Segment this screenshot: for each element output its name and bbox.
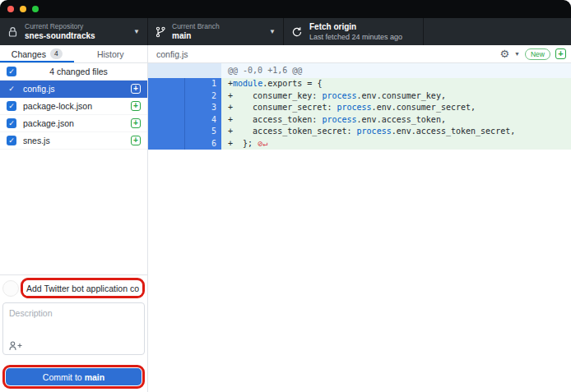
hunk-header-text: @@ -0,0 +1,6 @@ (221, 63, 571, 78)
file-row-package-lock.json[interactable]: ✓package-lock.json+ (0, 98, 147, 115)
diff-lines: 1+module.exports = {2+ consumer_key: pro… (148, 78, 571, 150)
content: Changes 4 History ✓ 4 changed files ✓con… (0, 45, 571, 392)
old-line-number[interactable] (148, 102, 184, 114)
diff-line-1[interactable]: 1+module.exports = { (148, 78, 571, 90)
new-line-number[interactable]: 6 (184, 138, 221, 150)
sidebar: Changes 4 History ✓ 4 changed files ✓con… (0, 45, 148, 392)
repository-name: snes-soundtracks (25, 31, 130, 41)
diff-header-actions: ⚙ ▼ New + (499, 48, 566, 60)
tab-changes[interactable]: Changes 4 (0, 45, 74, 62)
repository-text: Current Repository snes-soundtracks (25, 22, 130, 41)
description-placeholder: Description (9, 308, 138, 318)
chevron-down-icon: ▼ (269, 28, 276, 35)
old-line-number[interactable] (148, 138, 184, 150)
fetch-status: Last fetched 24 minutes ago (309, 32, 415, 42)
changed-files-count: 4 changed files (16, 67, 141, 76)
file-row-snes.js[interactable]: ✓snes.js+ (0, 132, 147, 150)
tab-changes-label: Changes (12, 49, 46, 59)
traffic-lights (7, 6, 39, 12)
tab-history[interactable]: History (74, 45, 148, 62)
sidebar-tabs: Changes 4 History (0, 45, 147, 63)
select-all-checkbox[interactable]: ✓ (7, 67, 16, 76)
file-name: package-lock.json (23, 101, 124, 111)
current-repository-button[interactable]: Current Repository snes-soundtracks ▼ (0, 18, 148, 45)
diff-file-name: config.js (156, 49, 188, 59)
code-text: + }; ⊘↵ (221, 138, 571, 150)
diff-header: config.js ⚙ ▼ New + (148, 45, 571, 63)
titlebar (0, 0, 571, 18)
gear-icon[interactable]: ⚙ (499, 48, 509, 59)
sidebar-empty-space (0, 150, 147, 274)
diff-line-4[interactable]: 4+ access_token: process.env.access_toke… (148, 114, 571, 127)
file-row-config.js[interactable]: ✓config.js+ (0, 81, 147, 98)
commit-summary-row (2, 278, 145, 298)
added-file-icon: + (555, 48, 566, 59)
commit-summary-input[interactable] (23, 281, 142, 296)
tab-history-label: History (97, 49, 124, 59)
toolbar: Current Repository snes-soundtracks ▼ Cu… (0, 18, 571, 45)
close-window-button[interactable] (7, 6, 14, 12)
github-desktop-window: Current Repository snes-soundtracks ▼ Cu… (0, 0, 571, 392)
branch-icon (156, 26, 165, 38)
fetch-label: Fetch origin (309, 22, 415, 32)
diff-line-6[interactable]: 6+ }; ⊘↵ (148, 138, 571, 150)
branch-name: main (172, 31, 266, 41)
commit-description-field[interactable]: Description (2, 302, 145, 355)
summary-annotation-highlight (21, 278, 145, 298)
new-line-gutter[interactable] (184, 63, 221, 78)
old-line-gutter[interactable] (148, 63, 184, 78)
repository-label: Current Repository (25, 22, 130, 31)
file-checkbox[interactable]: ✓ (7, 118, 16, 128)
code-text: + consumer_key: process.env.consumer_key… (221, 90, 571, 103)
minimize-window-button[interactable] (20, 6, 26, 12)
new-line-number[interactable]: 2 (184, 90, 221, 103)
chevron-down-icon[interactable]: ▼ (514, 51, 520, 57)
fetch-text: Fetch origin Last fetched 24 minutes ago (309, 22, 415, 42)
current-branch-button[interactable]: Current Branch main ▼ (148, 18, 284, 45)
added-status-icon: + (131, 118, 141, 128)
commit-to-main-button[interactable]: Commit to main (6, 368, 142, 385)
file-name: package.json (23, 118, 124, 128)
diff-view: @@ -0,0 +1,6 @@ 1+module.exports = {2+ c… (148, 63, 571, 150)
fetch-origin-button[interactable]: Fetch origin Last fetched 24 minutes ago (284, 18, 424, 45)
file-name: config.js (23, 84, 124, 94)
file-row-package.json[interactable]: ✓package.json+ (0, 115, 147, 132)
commit-button-annotation-highlight: Commit to main (2, 365, 145, 389)
diff-panel: config.js ⚙ ▼ New + @@ -0,0 +1,6 @@ 1+mo… (148, 45, 571, 392)
toolbar-empty-space (424, 18, 571, 45)
chevron-down-icon: ▼ (133, 28, 140, 35)
changed-files-header: ✓ 4 changed files (0, 63, 147, 81)
added-status-icon: + (131, 84, 141, 94)
code-text: + consumer_secret: process.env.consumer_… (221, 102, 571, 114)
old-line-number[interactable] (148, 114, 184, 127)
diff-line-3[interactable]: 3+ consumer_secret: process.env.consumer… (148, 102, 571, 114)
sync-icon (291, 26, 303, 38)
new-line-number[interactable]: 4 (184, 114, 221, 127)
avatar (2, 280, 19, 297)
zoom-window-button[interactable] (32, 6, 39, 12)
new-line-number[interactable]: 1 (184, 78, 221, 90)
file-checkbox[interactable]: ✓ (7, 101, 16, 111)
code-text: + access_token: process.env.access_token… (221, 114, 571, 127)
added-status-icon: + (131, 136, 141, 145)
new-line-number[interactable]: 5 (184, 126, 221, 138)
diff-line-5[interactable]: 5+ access_token_secret: process.env.acce… (148, 126, 571, 138)
file-name: snes.js (23, 136, 124, 145)
changes-count-badge: 4 (50, 48, 63, 59)
file-checkbox[interactable]: ✓ (7, 84, 16, 94)
diff-line-2[interactable]: 2+ consumer_key: process.env.consumer_ke… (148, 90, 571, 103)
lock-icon (7, 26, 18, 38)
code-text: +module.exports = { (221, 78, 571, 90)
branch-text: Current Branch main (172, 22, 266, 41)
add-coauthor-icon[interactable] (9, 341, 23, 351)
new-line-number[interactable]: 3 (184, 102, 221, 114)
file-checkbox[interactable]: ✓ (7, 136, 16, 145)
old-line-number[interactable] (148, 126, 184, 138)
old-line-number[interactable] (148, 78, 184, 90)
changed-file-list: ✓config.js+✓package-lock.json+✓package.j… (0, 81, 147, 150)
file-status-new-badge: New (525, 48, 550, 60)
branch-label: Current Branch (172, 22, 266, 31)
added-status-icon: + (131, 101, 141, 111)
old-line-number[interactable] (148, 90, 184, 103)
code-text: + access_token_secret: process.env.acces… (221, 126, 571, 138)
